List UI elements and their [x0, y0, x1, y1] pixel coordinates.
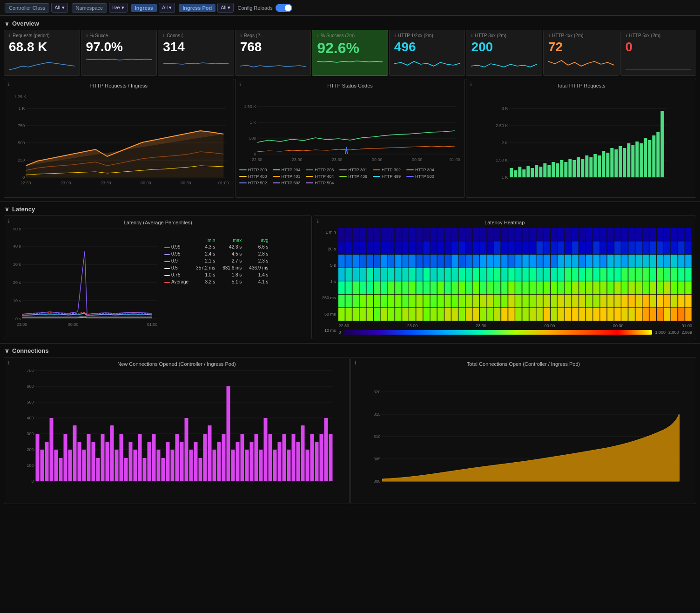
svg-rect-66: [606, 153, 610, 177]
svg-rect-77: [653, 135, 656, 177]
svg-rect-141: [171, 450, 175, 481]
config-reloads-toggle[interactable]: [276, 4, 292, 12]
svg-rect-172: [315, 442, 319, 481]
svg-rect-123: [87, 434, 91, 481]
svg-rect-74: [640, 143, 643, 177]
stat-label-success2m: ℹ % Success (2m): [317, 33, 383, 38]
config-reloads-filter[interactable]: Config Reloads: [237, 4, 292, 12]
svg-rect-54: [556, 163, 559, 177]
svg-text:0: 0: [254, 152, 256, 156]
svg-rect-170: [306, 450, 310, 481]
svg-rect-53: [552, 162, 555, 177]
svg-rect-47: [527, 166, 530, 177]
svg-rect-171: [310, 434, 314, 481]
svg-text:750: 750: [18, 123, 25, 128]
connections-section: ∨ Connections ℹ New Connections Opened (…: [0, 343, 700, 510]
svg-rect-68: [615, 149, 618, 177]
svg-rect-140: [166, 442, 170, 481]
svg-rect-73: [636, 141, 639, 177]
controller-class-filter[interactable]: Controller Class All ▾: [5, 3, 68, 13]
svg-rect-80: [22, 228, 157, 319]
latency-table-container: min max avg 0.99 4.3 s 42.3 s 6.6 s 0.95…: [161, 228, 272, 335]
ingress-select[interactable]: All ▾: [159, 3, 175, 13]
stat-card-conns: ℹ Conns (... 314: [158, 30, 234, 76]
stat-label-http5xx: ℹ HTTP 5xx (2m): [626, 33, 692, 38]
stat-value-http4xx: 72: [548, 39, 614, 55]
ingress-pod-filter[interactable]: Ingress Pod All ▾: [179, 3, 234, 13]
heatmap-canvas: [338, 228, 692, 321]
svg-rect-65: [602, 151, 606, 177]
svg-rect-156: [241, 434, 244, 481]
overview-charts-row: ℹ HTTP Requests / Ingress 0 250 500 750 …: [0, 78, 700, 200]
svg-text:00:00: 00:00: [68, 322, 79, 327]
latency-header[interactable]: ∨ Latency: [0, 204, 700, 215]
svg-rect-113: [40, 450, 44, 481]
connections-title: Connections: [12, 347, 49, 354]
sparkline-http5xx: [626, 57, 692, 71]
sparkline-reqs: [240, 57, 306, 71]
svg-rect-75: [644, 138, 647, 177]
namespace-select[interactable]: live ▾: [109, 3, 128, 13]
svg-rect-131: [124, 458, 128, 481]
svg-rect-133: [134, 450, 137, 481]
svg-rect-152: [222, 434, 226, 481]
svg-rect-49: [535, 165, 538, 177]
overview-chevron: ∨: [5, 20, 9, 27]
svg-rect-56: [565, 162, 568, 177]
svg-rect-121: [78, 442, 81, 481]
namespace-filter[interactable]: Namespace live ▾: [72, 3, 128, 13]
info-icon2: ℹ: [86, 33, 88, 38]
svg-text:20 s: 20 s: [13, 280, 21, 285]
controller-class-select[interactable]: All ▾: [51, 3, 67, 13]
svg-text:50 s: 50 s: [13, 228, 21, 231]
svg-rect-55: [560, 160, 564, 177]
ingress-filter[interactable]: Ingress All ▾: [131, 3, 175, 13]
svg-text:0 s: 0 s: [15, 317, 21, 321]
info-icon7: ℹ: [471, 33, 473, 38]
stat-card-reqs: ℹ Reqs (2... 768: [235, 30, 311, 76]
svg-rect-18: [257, 91, 457, 154]
latency-percentiles-panel: ℹ Latency (Average Percentiles) 0 s 10 s…: [4, 216, 312, 339]
svg-rect-134: [138, 434, 142, 481]
svg-rect-129: [115, 450, 119, 481]
svg-rect-64: [598, 155, 601, 177]
stat-label-reqs: ℹ Reqs (2...: [240, 33, 306, 38]
svg-rect-146: [194, 442, 198, 481]
svg-rect-67: [611, 148, 614, 177]
chart-info-icon-2: ℹ: [239, 82, 241, 87]
svg-rect-160: [259, 450, 263, 481]
svg-rect-161: [264, 418, 268, 481]
svg-text:1.50 K: 1.50 K: [496, 158, 508, 162]
svg-rect-60: [581, 159, 585, 177]
stat-label-success: ℹ % Succe...: [86, 33, 152, 38]
chart-info-icon-3: ℹ: [470, 82, 472, 87]
info-icon8: ℹ: [548, 33, 550, 38]
svg-text:0: 0: [22, 175, 25, 180]
svg-text:100: 100: [27, 463, 34, 468]
svg-text:23:30: 23:30: [101, 181, 111, 185]
overview-header[interactable]: ∨ Overview: [0, 18, 700, 29]
svg-rect-164: [278, 442, 282, 481]
stat-card-http4xx: ℹ HTTP 4xx (2m) 72: [543, 30, 619, 76]
http-requests-ingress-panel: ℹ HTTP Requests / Ingress 0 250 500 750 …: [4, 79, 234, 198]
svg-rect-168: [296, 442, 300, 481]
svg-text:00:00: 00:00: [141, 181, 151, 185]
svg-text:40 s: 40 s: [13, 244, 21, 249]
svg-rect-132: [129, 442, 133, 481]
svg-rect-162: [269, 434, 272, 481]
http-requests-ingress-title: HTTP Requests / Ingress: [8, 83, 230, 88]
ingress-tag: Ingress: [131, 4, 157, 12]
svg-rect-124: [92, 442, 95, 481]
connections-header[interactable]: ∨ Connections: [0, 345, 700, 356]
svg-rect-45: [518, 167, 522, 177]
heatmap-layout: 1 min 20 s 5 s 1 s 250 ms 50 ms 10 ms 22…: [317, 228, 692, 335]
svg-text:23:00: 23:00: [61, 181, 71, 185]
chart-info-icon-6: ℹ: [8, 360, 10, 365]
latency-heatmap-panel: ℹ Latency Heatmap 1 min 20 s 5 s 1 s 250…: [313, 216, 696, 339]
namespace-label: Namespace: [72, 3, 108, 13]
svg-text:1.25 K: 1.25 K: [14, 94, 26, 99]
stat-label-http12xx: ℹ HTTP 1/2xx (2m): [394, 33, 460, 38]
heatmap-color-scale: 0 1,000 2,000 2,869: [338, 330, 692, 335]
sparkline-requests: [9, 57, 75, 71]
ingress-pod-select[interactable]: All ▾: [217, 3, 234, 13]
